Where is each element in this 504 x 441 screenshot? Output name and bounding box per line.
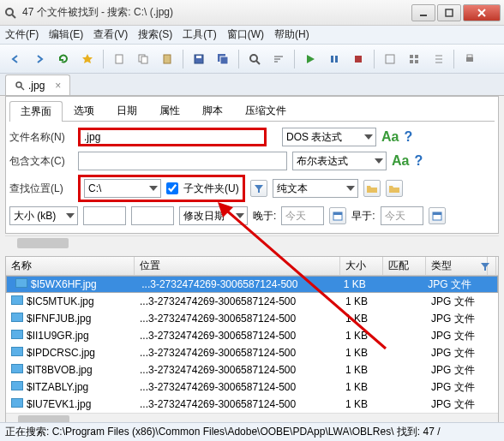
size-max-input[interactable] — [131, 206, 174, 225]
case-toggle[interactable]: Aa — [381, 129, 399, 145]
menu-item[interactable]: 窗口(W) — [227, 27, 264, 42]
svg-point-0 — [6, 9, 13, 15]
results-list: 名称 位置 大小 匹配 类型 $I5WX6HF.jpg...3-27324742… — [5, 256, 499, 427]
stop-button[interactable] — [348, 49, 369, 69]
menubar: 文件(F)编辑(E)查看(V)搜索(S)工具(T)窗口(W)帮助(H) — [0, 26, 504, 45]
svg-rect-6 — [116, 55, 123, 63]
filename-mode-select[interactable]: DOS 表达式 — [282, 128, 376, 146]
menu-item[interactable]: 工具(T) — [183, 27, 216, 42]
menu-item[interactable]: 编辑(E) — [49, 27, 83, 42]
svg-rect-22 — [386, 55, 394, 63]
svg-rect-31 — [467, 55, 472, 57]
help-icon-2[interactable]: ? — [414, 153, 423, 169]
subfolder-checkbox[interactable] — [166, 182, 178, 194]
favorite-button[interactable] — [77, 49, 98, 69]
date-later-input[interactable] — [281, 206, 324, 225]
view3-button[interactable] — [428, 49, 448, 69]
later-label: 晚于: — [253, 209, 276, 223]
svg-rect-30 — [466, 57, 473, 62]
date-select[interactable]: 修改日期 — [179, 206, 248, 225]
location-select[interactable]: C:\ — [84, 179, 161, 198]
col-match[interactable]: 匹配 — [383, 257, 426, 275]
folder-button-1[interactable] — [363, 180, 381, 197]
hscroll-thumb[interactable] — [17, 238, 69, 248]
print-button[interactable] — [459, 49, 480, 69]
svg-rect-37 — [433, 212, 441, 215]
encoding-select[interactable]: 纯文本 — [273, 179, 358, 198]
table-row[interactable]: $IC5MTUK.jpg...3-2732474269-3006587124-5… — [6, 293, 498, 310]
table-row[interactable]: $IPDCRSC.jpg...3-2732474269-3006587124-5… — [6, 344, 498, 361]
new-button[interactable] — [109, 49, 129, 69]
maximize-button[interactable] — [437, 4, 461, 21]
svg-rect-21 — [355, 56, 362, 63]
svg-point-14 — [250, 55, 257, 62]
calendar-icon-1[interactable] — [329, 207, 346, 224]
subfolder-label: 子文件夹(U) — [183, 182, 239, 196]
help-icon[interactable]: ? — [404, 129, 412, 145]
pause-button[interactable] — [324, 49, 345, 69]
view2-button[interactable] — [404, 49, 424, 69]
menu-item[interactable]: 查看(V) — [93, 27, 128, 42]
contains-mode-select[interactable]: 布尔表达式 — [292, 152, 387, 170]
view1-button[interactable] — [380, 49, 400, 69]
svg-rect-20 — [335, 56, 338, 63]
search-pane: 主界面选项日期属性脚本压缩文件 文件名称(N) DOS 表达式 Aa ? 包含文… — [5, 96, 499, 234]
size-select[interactable]: 大小 (kB) — [9, 206, 78, 225]
table-row[interactable]: $I5WX6HF.jpg...3-2732474269-3006587124-5… — [6, 276, 498, 293]
back-button[interactable] — [5, 49, 26, 69]
earlier-label: 早于: — [351, 209, 375, 223]
case-toggle-2[interactable]: Aa — [392, 153, 409, 169]
menu-item[interactable]: 文件(F) — [5, 27, 39, 42]
file-tab[interactable]: .jpg × — [5, 74, 70, 95]
svg-line-1 — [12, 15, 15, 18]
search-button[interactable] — [244, 49, 265, 69]
refresh-button[interactable] — [53, 49, 74, 69]
close-button[interactable] — [463, 4, 501, 21]
svg-line-15 — [256, 61, 260, 64]
copy-button[interactable] — [133, 49, 153, 69]
subtab[interactable]: 主界面 — [9, 101, 63, 122]
subtab[interactable]: 属性 — [148, 100, 191, 121]
filename-label: 文件名称(N) — [9, 130, 73, 145]
folder-button-2[interactable] — [386, 180, 403, 197]
date-earlier-input[interactable] — [381, 206, 423, 225]
play-button[interactable] — [300, 49, 321, 69]
col-location[interactable]: 位置 — [135, 257, 340, 275]
svg-rect-19 — [331, 56, 333, 63]
saveall-button[interactable] — [213, 49, 233, 69]
table-row[interactable]: $IT8BVOB.jpg...3-2732474269-3006587124-5… — [6, 361, 498, 378]
filename-input[interactable] — [78, 128, 267, 146]
table-row[interactable]: $IFNFJUB.jpg...3-2732474269-3006587124-5… — [6, 310, 498, 327]
titlebar: 47 个文件被找到 - 搜索: C:\ (.jpg) — [0, 0, 504, 26]
sort-button[interactable] — [268, 49, 289, 69]
subtab[interactable]: 压缩文件 — [234, 100, 297, 121]
menu-item[interactable]: 搜索(S) — [138, 27, 172, 42]
filter-icon[interactable] — [475, 257, 496, 275]
size-min-input[interactable] — [83, 206, 126, 225]
subtab[interactable]: 脚本 — [191, 100, 234, 121]
col-name[interactable]: 名称 — [6, 257, 135, 275]
statusbar: 正在搜索: C:\Program Files (x86)\Common File… — [0, 422, 504, 441]
forward-button[interactable] — [29, 49, 50, 69]
svg-rect-26 — [415, 60, 418, 63]
window-title: 47 个文件被找到 - 搜索: C:\ (.jpg) — [22, 5, 411, 20]
file-tab-label: .jpg — [28, 80, 45, 92]
minimize-button[interactable] — [411, 4, 435, 21]
subtab[interactable]: 选项 — [63, 100, 105, 121]
tab-close-icon[interactable]: × — [55, 80, 61, 92]
calendar-icon-2[interactable] — [429, 207, 446, 224]
subtabs: 主界面选项日期属性脚本压缩文件 — [9, 100, 495, 122]
contains-input[interactable] — [78, 152, 287, 170]
menu-item[interactable]: 帮助(H) — [274, 27, 309, 42]
table-row[interactable]: $IU7EVK1.jpg...3-2732474269-3006587124-5… — [6, 396, 498, 413]
file-tabbar: .jpg × — [0, 74, 504, 96]
svg-rect-3 — [446, 9, 453, 16]
paste-button[interactable] — [157, 49, 177, 69]
table-row[interactable]: $II1U9GR.jpg...3-2732474269-3006587124-5… — [6, 327, 498, 344]
col-size[interactable]: 大小 — [340, 257, 383, 275]
toolbar — [0, 45, 504, 74]
save-button[interactable] — [189, 49, 209, 69]
table-row[interactable]: $ITZABLY.jpg...3-2732474269-3006587124-5… — [6, 378, 498, 396]
filter-button[interactable] — [250, 180, 267, 197]
subtab[interactable]: 日期 — [105, 100, 148, 121]
